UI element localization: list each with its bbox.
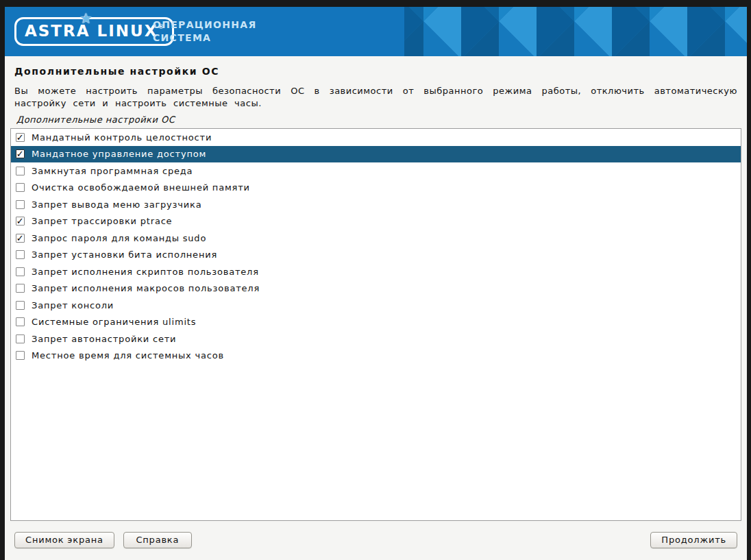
list-item[interactable]: ✓ Запрос пароля для команды sudo xyxy=(11,230,741,247)
page-title: Дополнительные настройки ОС xyxy=(14,66,737,77)
list-item-label: Очистка освобождаемой внешней памяти xyxy=(32,182,250,193)
list-item[interactable]: ✓ Мандатное управление доступом xyxy=(11,146,741,163)
checkbox-icon[interactable]: ✓ xyxy=(16,133,25,142)
checkbox-icon[interactable] xyxy=(16,301,25,310)
list-item[interactable]: Запрет консоли xyxy=(11,297,741,314)
list-item-label: Местное время для системных часов xyxy=(32,350,224,361)
page-content: Дополнительные настройки ОС Вы можете на… xyxy=(5,56,747,560)
checkbox-icon[interactable] xyxy=(16,200,25,209)
help-button[interactable]: Справка xyxy=(123,532,192,548)
list-item[interactable]: Запрет вывода меню загрузчика xyxy=(11,196,741,213)
checkbox-icon[interactable] xyxy=(16,267,25,276)
list-item-label: Запрет консоли xyxy=(32,300,114,311)
header-pattern xyxy=(404,7,747,56)
list-item[interactable]: Запрет установки бита исполнения xyxy=(11,247,741,264)
installer-window: ★ ASTRA LINUX® ОПЕРАЦИОННАЯ СИСТЕМА Допо… xyxy=(5,7,747,560)
list-item[interactable]: Запрет исполнения скриптов пользователя xyxy=(11,263,741,280)
checkbox-icon[interactable] xyxy=(16,167,25,175)
list-item[interactable]: Очистка освобождаемой внешней памяти xyxy=(11,180,741,197)
list-item-label: Запрос пароля для команды sudo xyxy=(32,233,206,243)
list-item-label: Замкнутая программная среда xyxy=(32,166,193,176)
list-item-label: Запрет установки бита исполнения xyxy=(32,249,217,260)
list-item[interactable]: Запрет исполнения макросов пользователя xyxy=(11,280,741,297)
checkbox-icon[interactable]: ✓ xyxy=(16,217,25,226)
checkbox-icon[interactable] xyxy=(16,250,25,259)
checkbox-icon[interactable] xyxy=(16,334,25,343)
checkbox-icon[interactable] xyxy=(16,183,25,192)
brand-line1: ОПЕРАЦИОННАЯ xyxy=(153,19,257,32)
brand-line2: СИСТЕМА xyxy=(153,32,257,45)
list-item-label: Запрет исполнения скриптов пользователя xyxy=(32,267,259,277)
header-banner: ★ ASTRA LINUX® ОПЕРАЦИОННАЯ СИСТЕМА xyxy=(5,7,747,56)
checkbox-icon[interactable] xyxy=(16,351,25,360)
list-item-label: Запрет автонастройки сети xyxy=(32,334,176,344)
list-item-label: Запрет вывода меню загрузчика xyxy=(32,199,201,210)
list-item[interactable]: Местное время для системных часов xyxy=(11,348,741,365)
list-item[interactable]: Замкнутая программная среда xyxy=(11,162,741,180)
page-description: Вы можете настроить параметры безопаснос… xyxy=(14,85,737,110)
star-icon: ★ xyxy=(79,10,94,27)
list-item[interactable]: Системные ограничения ulimits xyxy=(11,314,741,331)
checkbox-icon[interactable]: ✓ xyxy=(16,234,25,243)
continue-button[interactable]: Продолжить xyxy=(650,532,737,548)
checkbox-icon[interactable]: ✓ xyxy=(16,149,25,158)
list-item-label: Запрет трассировки ptrace xyxy=(32,216,172,226)
checkbox-icon[interactable] xyxy=(16,284,25,293)
list-item[interactable]: ✓ Мандатный контроль целостности xyxy=(11,129,741,146)
options-list[interactable]: ✓ Мандатный контроль целостности ✓ Манда… xyxy=(10,128,741,521)
list-item-label: Системные ограничения ulimits xyxy=(32,317,196,327)
list-item-label: Запрет исполнения макросов пользователя xyxy=(32,283,260,293)
options-group-label: Дополнительные настройки ОС xyxy=(16,114,737,125)
list-item-label: Мандатный контроль целостности xyxy=(32,132,212,143)
brand-caption: ОПЕРАЦИОННАЯ СИСТЕМА xyxy=(153,19,257,45)
list-item[interactable]: ✓ Запрет трассировки ptrace xyxy=(11,213,741,230)
list-item-label: Мандатное управление доступом xyxy=(32,149,206,159)
astra-linux-logo: ★ ASTRA LINUX® xyxy=(14,17,174,46)
list-item[interactable]: Запрет автонастройки сети xyxy=(11,330,741,348)
checkbox-icon[interactable] xyxy=(16,317,25,326)
screenshot-button[interactable]: Снимок экрана xyxy=(14,532,114,548)
footer-bar: Снимок экрана Справка Продолжить xyxy=(5,521,747,560)
